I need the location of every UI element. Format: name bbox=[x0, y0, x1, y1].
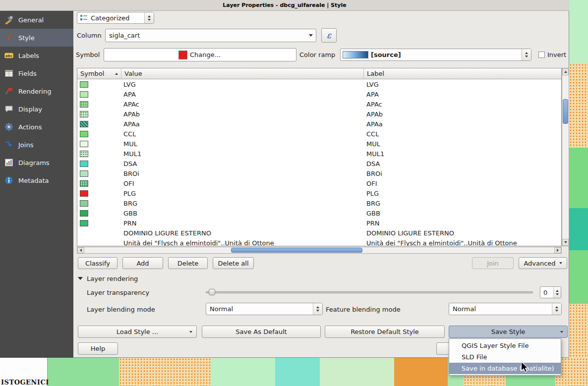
table-row[interactable]: MUL1 MUL1 bbox=[77, 149, 561, 159]
symbol-change-button[interactable]: Change... bbox=[104, 48, 296, 61]
sidebar-item-diagrams[interactable]: Diagrams bbox=[0, 154, 73, 171]
add-button[interactable]: Add bbox=[122, 257, 163, 269]
map-region bbox=[211, 358, 275, 386]
map-region bbox=[394, 358, 448, 386]
class-label: GBB bbox=[364, 210, 561, 217]
sidebar-item-display[interactable]: Display bbox=[0, 100, 73, 118]
table-row[interactable]: APA APA bbox=[77, 89, 561, 99]
sidebar-item-fields[interactable]: Fields bbox=[0, 64, 73, 82]
table-row[interactable]: OFI OFI bbox=[77, 178, 561, 188]
scroll-right-button[interactable] bbox=[554, 247, 561, 253]
transparency-spinbox[interactable]: 0 bbox=[540, 286, 561, 298]
table-row[interactable]: DSA DSA bbox=[77, 159, 561, 168]
expression-button[interactable]: ε bbox=[321, 28, 337, 43]
table-row[interactable]: DOMINIO LIGURE ESTERNO DOMINIO LIGURE ES… bbox=[77, 228, 561, 238]
transparency-value: 0 bbox=[540, 289, 553, 296]
vertical-scroll-thumb[interactable] bbox=[563, 99, 568, 124]
classify-button[interactable]: Classify bbox=[78, 257, 118, 269]
table-row[interactable]: PRN PRN bbox=[77, 218, 561, 228]
table-row[interactable]: APAa APAa bbox=[77, 119, 561, 129]
sidebar-item-metadata[interactable]: Metadata bbox=[0, 171, 73, 189]
column-header-value[interactable]: Value bbox=[121, 68, 364, 79]
vertical-scrollbar[interactable] bbox=[562, 68, 569, 246]
sidebar-item-labels[interactable]: abc Labels bbox=[0, 47, 73, 64]
class-symbol-swatch bbox=[80, 141, 88, 147]
button-label: Advanced bbox=[524, 260, 555, 267]
menu-item[interactable]: QGIS Layer Style File bbox=[449, 340, 561, 351]
table-row[interactable]: CCL CCL bbox=[77, 129, 561, 139]
class-value: LVG bbox=[121, 81, 364, 88]
transparency-slider[interactable] bbox=[206, 288, 533, 296]
class-symbol-swatch bbox=[80, 111, 88, 117]
layer-rendering-section-toggle[interactable]: Layer rendering bbox=[78, 274, 138, 283]
horizontal-scrollbar[interactable] bbox=[77, 247, 562, 254]
join-button[interactable]: Join bbox=[472, 257, 514, 269]
renderer-type-select[interactable]: Categorized bbox=[77, 12, 154, 24]
class-symbol-swatch bbox=[80, 170, 88, 177]
layer-transparency-label: Layer transparency bbox=[87, 289, 149, 296]
feature-blending-select[interactable]: Normal bbox=[449, 303, 562, 315]
sidebar-item-general[interactable]: General bbox=[0, 11, 73, 29]
menu-item[interactable]: Save in database (spatialite) bbox=[449, 363, 561, 374]
sidebar-item-actions[interactable]: Actions bbox=[0, 118, 73, 136]
column-select[interactable]: sigla_cart bbox=[105, 29, 316, 42]
table-row[interactable]: MUL MUL bbox=[77, 139, 561, 149]
header-label: Value bbox=[124, 70, 142, 77]
table-row[interactable]: LVG LVG bbox=[77, 79, 561, 89]
class-label: CCL bbox=[364, 130, 561, 138]
sidebar-item-joins[interactable]: Joins bbox=[0, 136, 73, 154]
layer-blending-select[interactable]: Normal bbox=[206, 303, 323, 315]
sort-ascending-icon bbox=[115, 73, 118, 75]
table-row[interactable]: GBB GBB bbox=[77, 208, 561, 218]
button-label: Restore Default Style bbox=[351, 328, 419, 335]
classes-table: Symbol Value Label LVG LVG bbox=[77, 68, 562, 246]
sidebar-item-style[interactable]: Style bbox=[0, 29, 73, 47]
layer-blending-label: Layer blending mode bbox=[87, 306, 155, 313]
class-value: APAa bbox=[121, 120, 364, 128]
table-row[interactable]: BRG BRG bbox=[77, 198, 561, 208]
scroll-left-button[interactable] bbox=[77, 247, 84, 253]
horizontal-scroll-thumb[interactable] bbox=[231, 248, 362, 253]
class-symbol-swatch bbox=[80, 161, 88, 167]
column-header-label[interactable]: Label bbox=[364, 68, 561, 79]
window-titlebar[interactable]: Layer Properties - dbcg_ulfareale | Styl… bbox=[0, 0, 569, 11]
screen: ISTOGENICI Layer Properties - dbcg_ulfar… bbox=[0, 0, 588, 386]
table-row[interactable]: Unità dei "Flysch a elmintoidi"..Unità d… bbox=[77, 238, 561, 246]
save-style-button[interactable]: Save Style bbox=[449, 326, 568, 338]
advanced-button[interactable]: Advanced bbox=[519, 257, 567, 269]
table-row[interactable]: APAc APAc bbox=[77, 99, 561, 109]
delete-button[interactable]: Delete bbox=[168, 257, 208, 269]
invert-label: Invert bbox=[547, 51, 566, 58]
svg-text:abc: abc bbox=[5, 54, 12, 58]
help-button[interactable]: Help bbox=[78, 342, 118, 355]
table-icon bbox=[4, 69, 13, 78]
abc-label-icon: abc bbox=[4, 51, 13, 60]
hidden-button-partial[interactable] bbox=[436, 342, 450, 355]
class-symbol-swatch bbox=[80, 200, 88, 207]
scroll-down-button[interactable] bbox=[562, 239, 569, 246]
button-label: Load Style ... bbox=[117, 328, 159, 335]
color-ramp-select[interactable]: [source] bbox=[340, 49, 531, 61]
table-row[interactable]: PLG PLG bbox=[77, 188, 561, 198]
sidebar-item-rendering[interactable]: Rendering bbox=[0, 82, 73, 100]
class-label: BROi bbox=[364, 170, 561, 177]
column-header-symbol[interactable]: Symbol bbox=[77, 68, 121, 79]
scroll-up-button[interactable] bbox=[562, 68, 569, 75]
class-symbol-swatch bbox=[80, 131, 88, 137]
load-style-button[interactable]: Load Style ... bbox=[78, 326, 197, 338]
layer-blending-value: Normal bbox=[206, 305, 313, 313]
slider-handle[interactable] bbox=[209, 289, 215, 295]
invert-checkbox[interactable] bbox=[538, 52, 545, 58]
spinbox-arrows-icon[interactable] bbox=[553, 287, 561, 298]
button-label: Add bbox=[136, 260, 149, 267]
table-row[interactable]: BROi BROi bbox=[77, 168, 561, 178]
table-row[interactable]: APAb APAb bbox=[77, 109, 561, 119]
class-value: DSA bbox=[121, 160, 364, 167]
delete-all-button[interactable]: Delete all bbox=[213, 257, 254, 269]
restore-default-style-button[interactable]: Restore Default Style bbox=[325, 326, 445, 338]
sidebar-item-label: Display bbox=[18, 106, 42, 113]
save-as-default-button[interactable]: Save As Default bbox=[202, 326, 321, 338]
menu-item[interactable]: SLD File bbox=[449, 351, 561, 363]
map-region bbox=[569, 63, 588, 148]
class-label: DOMINIO LIGURE ESTERNO bbox=[364, 229, 561, 237]
